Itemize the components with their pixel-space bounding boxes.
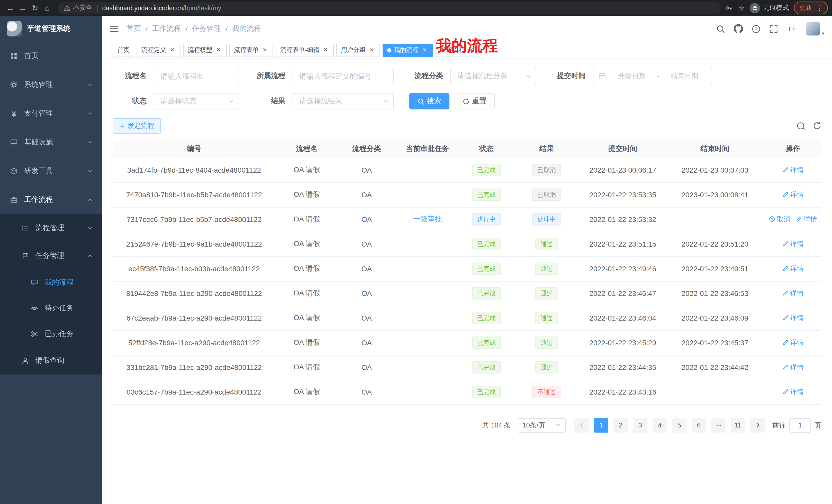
- avatar[interactable]: [806, 22, 821, 36]
- sidebar-item-devtools[interactable]: 研发工具: [0, 157, 102, 186]
- browser-home-icon[interactable]: ⌂: [41, 2, 53, 14]
- sidebar-item-done-tasks[interactable]: 已办任务: [0, 321, 102, 347]
- process-name-input[interactable]: [154, 68, 239, 84]
- column-header: 提交时间: [580, 140, 666, 158]
- row-action-edit[interactable]: 详情: [782, 165, 804, 175]
- column-header: 流程分类: [338, 140, 395, 158]
- row-action-edit[interactable]: 详情: [782, 313, 804, 323]
- page-button[interactable]: 5: [672, 418, 686, 432]
- next-page-button[interactable]: [750, 418, 765, 432]
- category-select[interactable]: 请选择流程分类: [450, 68, 536, 84]
- close-icon[interactable]: ×: [322, 47, 329, 54]
- create-process-button[interactable]: 发起流程: [113, 118, 161, 134]
- row-action-edit[interactable]: 详情: [782, 387, 804, 397]
- tab-view[interactable]: 流程表单×: [229, 44, 273, 57]
- cancel-icon: [769, 216, 775, 223]
- tab-view[interactable]: 首页: [113, 44, 134, 57]
- search-icon[interactable]: [717, 24, 725, 33]
- sidebar-item-system[interactable]: 系统管理: [0, 71, 102, 99]
- chevron-up-icon: [87, 253, 93, 258]
- sidebar-item-todo-tasks[interactable]: 待办任务: [0, 296, 102, 321]
- sidebar-item-my-process[interactable]: 我的流程: [0, 270, 102, 296]
- sidebar-item-payment[interactable]: ¥ 支付管理: [0, 99, 102, 128]
- refresh-table-icon[interactable]: [813, 122, 821, 130]
- row-action-edit[interactable]: 详情: [782, 264, 804, 273]
- tab-view[interactable]: 用户分组×: [336, 44, 380, 57]
- edit-icon: [782, 241, 789, 247]
- tab-view[interactable]: 流程模型×: [183, 44, 227, 57]
- browser-forward-icon[interactable]: →: [17, 2, 29, 14]
- tab-view[interactable]: 发起流程×: [436, 44, 479, 57]
- row-action-cancel[interactable]: 取消: [769, 215, 790, 224]
- sidebar-item-leave-query[interactable]: 请假查询: [0, 347, 102, 374]
- page-button[interactable]: 2: [614, 418, 628, 432]
- reset-button[interactable]: 重置: [454, 93, 495, 109]
- browser-back-icon[interactable]: ←: [4, 2, 17, 14]
- tab-view[interactable]: 流程表单-编辑×: [276, 44, 334, 57]
- page-size-select[interactable]: 10条/页: [518, 418, 566, 432]
- page-button[interactable]: 6: [692, 418, 706, 432]
- cell-status: 已完成: [460, 355, 513, 380]
- end-date-placeholder[interactable]: 结束日期: [662, 72, 707, 81]
- status-select[interactable]: 请选择状态: [154, 93, 239, 109]
- bookmark-star-icon[interactable]: ☆: [738, 4, 745, 12]
- toggle-search-icon[interactable]: [797, 121, 805, 130]
- sidebar-item-label: 研发工具: [24, 166, 53, 176]
- goto-page-input[interactable]: [789, 418, 811, 432]
- close-icon[interactable]: ×: [467, 47, 475, 54]
- sidebar-item-infrastructure[interactable]: 基础设施: [0, 128, 102, 157]
- sidebar-item-task-management[interactable]: 任务管理: [0, 242, 102, 270]
- page-button[interactable]: 1: [594, 418, 608, 432]
- help-icon[interactable]: ?: [752, 24, 761, 33]
- prev-page-button[interactable]: [574, 418, 589, 432]
- close-icon[interactable]: ×: [421, 47, 428, 54]
- close-icon[interactable]: ×: [368, 47, 375, 54]
- address-bar[interactable]: 不安全 | dashboard.yudao.iocoder.cn/bpm/tas…: [58, 2, 721, 14]
- breadcrumb-item[interactable]: 工作流程: [152, 24, 181, 33]
- action-label: 详情: [790, 165, 804, 175]
- page-button[interactable]: 11: [731, 418, 745, 432]
- browser-menu-icon[interactable]: ⋮: [816, 4, 823, 12]
- tab-view[interactable]: 流程定义×: [137, 44, 181, 57]
- start-date-placeholder[interactable]: 开始日期: [610, 72, 654, 81]
- result-badge: 处理中: [532, 213, 561, 226]
- sidebar-item-home[interactable]: 首页: [0, 41, 102, 71]
- result-badge: 通过: [535, 312, 558, 324]
- row-action-edit[interactable]: 详情: [782, 240, 804, 249]
- parent-process-input[interactable]: [293, 68, 394, 84]
- cell-actions: 详情: [764, 158, 821, 183]
- sidebar-collapse-icon[interactable]: [109, 25, 119, 33]
- browser-reload-icon[interactable]: ↻: [29, 2, 41, 14]
- row-action-edit[interactable]: 详情: [782, 190, 804, 199]
- fullscreen-icon[interactable]: [770, 24, 778, 33]
- sidebar-item-workflow[interactable]: 工作流程: [0, 186, 102, 214]
- password-key-icon[interactable]: [725, 4, 733, 12]
- edit-icon: [782, 191, 789, 198]
- search-button[interactable]: 搜索: [409, 93, 449, 109]
- tab-label: 流程表单-编辑: [280, 46, 319, 54]
- font-size-icon[interactable]: TT: [787, 25, 797, 33]
- user-menu[interactable]: ▾: [806, 22, 824, 36]
- close-icon[interactable]: ×: [215, 47, 222, 54]
- row-action-edit[interactable]: 详情: [796, 215, 817, 224]
- close-icon[interactable]: ×: [169, 47, 176, 54]
- row-action-edit[interactable]: 详情: [782, 338, 804, 347]
- cell-end-time: 2022-01-23 00:07:03: [666, 158, 765, 183]
- sidebar-item-process-management[interactable]: 流程管理: [0, 214, 102, 242]
- close-icon[interactable]: ×: [261, 47, 268, 54]
- more-pages-button[interactable]: ···: [711, 418, 726, 432]
- tab-view[interactable]: 我的流程×: [383, 44, 433, 57]
- result-select[interactable]: 请选择流结果: [293, 93, 394, 109]
- submit-time-range-picker[interactable]: 开始日期 - 结束日期: [593, 68, 712, 84]
- breadcrumb-item[interactable]: 任务管理: [192, 24, 221, 33]
- app-logo[interactable]: 芋道管理系统: [0, 16, 102, 41]
- row-action-edit[interactable]: 详情: [782, 363, 804, 372]
- current-task-link[interactable]: 一级审批: [413, 215, 442, 224]
- cell-status: 已完成: [460, 281, 513, 306]
- page-button[interactable]: 4: [653, 418, 667, 432]
- breadcrumb-item[interactable]: 首页: [127, 24, 141, 33]
- github-icon[interactable]: [734, 24, 743, 33]
- browser-update-button[interactable]: 更新 ⋮: [794, 2, 828, 15]
- row-action-edit[interactable]: 详情: [782, 289, 804, 298]
- page-button[interactable]: 3: [633, 418, 647, 432]
